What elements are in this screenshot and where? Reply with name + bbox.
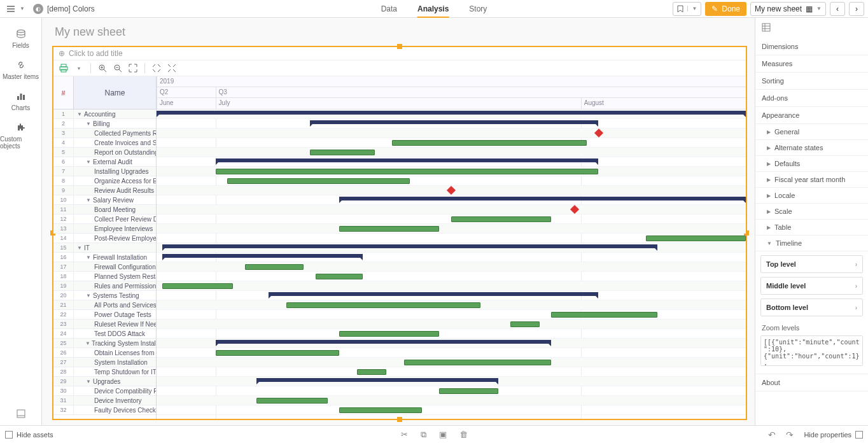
table-row[interactable]: 30Device Compatibility Revie... [53, 386, 156, 396]
summary-bar[interactable] [256, 378, 498, 382]
section-appearance[interactable]: Appearance [755, 107, 868, 124]
collapse-toggle[interactable]: ▼ [85, 255, 92, 260]
table-row[interactable]: 27System Installation [53, 358, 156, 367]
collapse-toggle[interactable]: ▼ [76, 111, 83, 117]
bookmark-button[interactable]: ▼ [673, 2, 701, 16]
table-row[interactable]: 16▼Firewall Installation [53, 253, 156, 262]
task-bar[interactable] [216, 350, 339, 356]
section-measures[interactable]: Measures [755, 55, 868, 73]
item-general[interactable]: ▶General [755, 124, 868, 140]
bottom-level-button[interactable]: Bottom level› [760, 299, 863, 316]
tab-data[interactable]: Data [381, 0, 397, 18]
table-row[interactable]: 29▼Upgrades [53, 377, 156, 386]
fit-button[interactable] [127, 62, 139, 74]
item-alternate-states[interactable]: ▶Alternate states [755, 140, 868, 156]
prev-sheet-button[interactable]: ‹ [830, 2, 845, 16]
summary-bar[interactable] [162, 244, 657, 248]
task-bar[interactable] [339, 407, 422, 413]
print-button[interactable] [57, 62, 70, 74]
cut-button[interactable]: ✂ [401, 430, 408, 440]
table-row[interactable]: 13Employee Interviews [53, 224, 156, 234]
item-table[interactable]: ▶Table [755, 220, 868, 236]
section-addons[interactable]: Add-ons [755, 90, 868, 107]
expand-button[interactable] [150, 62, 163, 74]
table-row[interactable]: 3Collected Payments Review [53, 129, 156, 138]
column-header-name[interactable]: Name [74, 76, 156, 109]
resize-handle-top[interactable] [397, 44, 402, 49]
task-bar[interactable] [646, 236, 746, 241]
summary-bar[interactable] [269, 292, 599, 296]
collapse-toggle[interactable]: ▼ [85, 197, 92, 203]
collapse-button[interactable] [165, 62, 178, 74]
top-level-button[interactable]: Top level› [760, 255, 863, 273]
table-row[interactable]: 24Test DDOS Attack [53, 329, 156, 339]
task-bar[interactable] [316, 274, 363, 279]
table-row[interactable]: 2▼Billing [53, 119, 156, 129]
task-bar[interactable] [310, 150, 375, 155]
collapse-toggle[interactable]: ▼ [85, 159, 92, 165]
hide-assets-button[interactable]: Hide assets [5, 431, 53, 439]
table-row[interactable]: 19Rules and Permissions Au... [53, 281, 156, 291]
redo-button[interactable]: ↷ [786, 430, 794, 440]
item-fiscal-year[interactable]: ▶Fiscal year start month [755, 172, 868, 188]
master-items-tab[interactable]: Master items [0, 54, 41, 85]
table-row[interactable]: 4Create Invoices and Send to... [53, 138, 156, 148]
sheet-title[interactable]: My new sheet [42, 18, 755, 46]
custom-objects-tab[interactable]: Custom objects [0, 116, 41, 155]
task-bar[interactable] [439, 388, 498, 394]
summary-bar[interactable] [216, 158, 599, 162]
table-row[interactable]: 11Board Meeting [53, 205, 156, 214]
table-row[interactable]: 21All Ports and Services Test [53, 300, 156, 310]
task-bar[interactable] [339, 331, 439, 337]
table-row[interactable]: 5Report on Outstanding Col... [53, 148, 156, 157]
item-scale[interactable]: ▶Scale [755, 204, 868, 220]
task-bar[interactable] [286, 302, 481, 308]
task-bar[interactable] [245, 264, 304, 270]
item-locale[interactable]: ▶Locale [755, 188, 868, 204]
task-bar[interactable] [227, 178, 410, 184]
middle-level-button[interactable]: Middle level› [760, 277, 863, 295]
properties-table-icon[interactable] [755, 18, 868, 38]
table-row[interactable]: 14Post-Review Employee Intv... [53, 234, 156, 243]
viz-title-placeholder[interactable]: ⊕ Click to add title [53, 47, 746, 60]
table-row[interactable]: 7Installing Upgrades [53, 167, 156, 176]
bookmark-dropdown[interactable]: ▼ [687, 6, 701, 11]
table-row[interactable]: 18Planned System Restart [53, 272, 156, 281]
menu-dropdown[interactable]: ▼ [18, 6, 27, 11]
task-bar[interactable] [162, 283, 233, 289]
table-row[interactable]: 28Temp Shutdown for IT Aud... [53, 367, 156, 377]
table-row[interactable]: 17Firewall Configuration [53, 262, 156, 272]
next-sheet-button[interactable]: › [849, 2, 864, 16]
section-about[interactable]: About [755, 374, 868, 391]
collapse-toggle[interactable]: ▼ [85, 121, 92, 127]
summary-bar[interactable] [157, 111, 746, 115]
collapse-toggle[interactable]: ▼ [76, 245, 83, 251]
gantt-object[interactable]: ⊕ Click to add title ▼ [52, 46, 747, 420]
item-timeline[interactable]: ▼Timeline [755, 236, 868, 251]
sheet-selector[interactable]: My new sheet ▦ ▼ [750, 2, 826, 16]
table-row[interactable]: 15▼IT [53, 243, 156, 253]
table-row[interactable]: 12Collect Peer Review Data [53, 214, 156, 224]
task-bar[interactable] [392, 140, 587, 146]
tab-story[interactable]: Story [469, 0, 487, 18]
collapse-toggle[interactable]: ▼ [85, 341, 90, 346]
column-header-number[interactable]: # [53, 76, 74, 109]
summary-bar[interactable] [339, 197, 746, 200]
summary-bar[interactable] [216, 340, 552, 344]
undo-button[interactable]: ↶ [768, 430, 776, 440]
table-row[interactable]: 8Organize Access for Extern... [53, 176, 156, 186]
table-row[interactable]: 32Faulty Devices Check [53, 405, 156, 415]
task-bar[interactable] [256, 398, 327, 404]
collapse-toggle[interactable]: ▼ [85, 379, 92, 384]
section-sorting[interactable]: Sorting [755, 73, 868, 90]
zoom-in-button[interactable] [96, 62, 109, 74]
zoom-levels-input[interactable] [760, 335, 863, 366]
collapse-toggle[interactable]: ▼ [85, 293, 92, 299]
table-row[interactable]: 20▼Systems Testing [53, 291, 156, 300]
table-row[interactable]: 1▼Accounting [53, 109, 156, 119]
task-bar[interactable] [451, 216, 551, 222]
task-bar[interactable] [551, 312, 657, 318]
section-dimensions[interactable]: Dimensions [755, 38, 868, 55]
table-row[interactable]: 26Obtain Licenses from the V... [53, 348, 156, 358]
table-row[interactable]: 23Ruleset Review If Needed [53, 320, 156, 329]
